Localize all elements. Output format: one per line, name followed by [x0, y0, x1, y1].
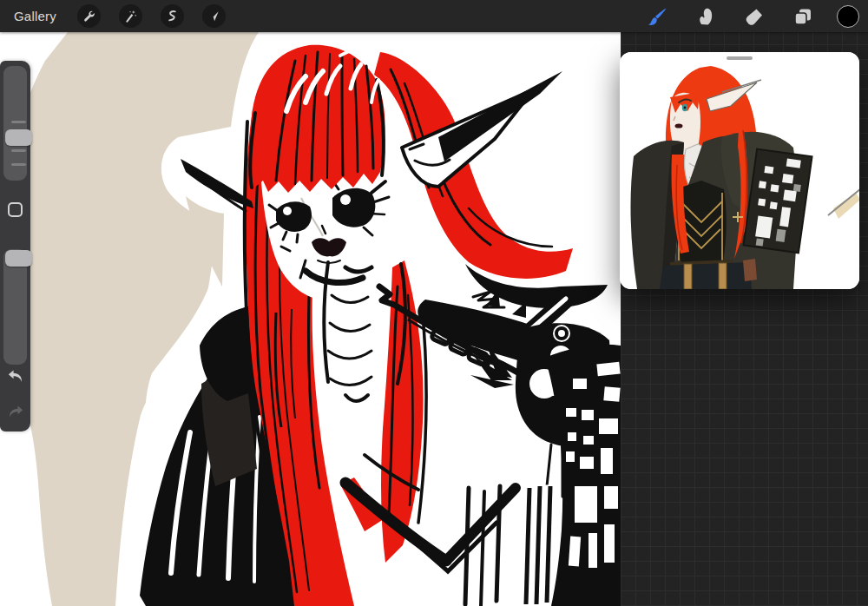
slider-tick — [11, 121, 26, 123]
opacity-handle[interactable] — [5, 250, 32, 267]
actions-button[interactable] — [77, 4, 101, 28]
transform-button[interactable] — [202, 4, 226, 28]
selection-s-icon — [166, 10, 179, 23]
procreate-app: Gallery — [0, 0, 868, 606]
brush-icon — [646, 6, 668, 27]
undo-icon — [7, 368, 24, 384]
gallery-button[interactable]: Gallery — [14, 9, 56, 23]
wrench-icon — [82, 10, 95, 23]
smudge-button[interactable] — [691, 4, 720, 28]
undo-button[interactable] — [5, 366, 26, 386]
reference-image — [620, 52, 859, 289]
transform-arrow-icon — [207, 10, 220, 23]
brush-sidebar — [0, 61, 30, 431]
drawing-canvas[interactable] — [0, 32, 621, 606]
opacity-slider[interactable] — [3, 249, 27, 365]
color-circle-icon[interactable] — [837, 5, 859, 28]
layers-icon — [792, 6, 813, 27]
slider-tick — [11, 149, 26, 152]
canvas-artwork — [0, 32, 621, 606]
layers-button[interactable] — [788, 4, 818, 28]
magic-wand-icon — [124, 10, 137, 23]
redo-icon — [7, 404, 24, 419]
top-toolbar: Gallery — [0, 0, 868, 32]
paint-button[interactable] — [642, 4, 672, 28]
erase-button[interactable] — [740, 4, 769, 28]
adjustments-button[interactable] — [119, 4, 142, 28]
brush-size-handle[interactable] — [5, 129, 32, 146]
smudge-icon — [695, 6, 716, 27]
slider-tick — [11, 163, 26, 166]
panel-drag-handle[interactable] — [727, 56, 753, 60]
selection-button[interactable] — [161, 4, 184, 28]
modify-button[interactable] — [8, 202, 23, 217]
reference-panel[interactable] — [620, 52, 859, 289]
brush-size-slider[interactable] — [3, 66, 27, 181]
redo-button[interactable] — [5, 401, 26, 422]
eraser-icon — [744, 6, 765, 27]
